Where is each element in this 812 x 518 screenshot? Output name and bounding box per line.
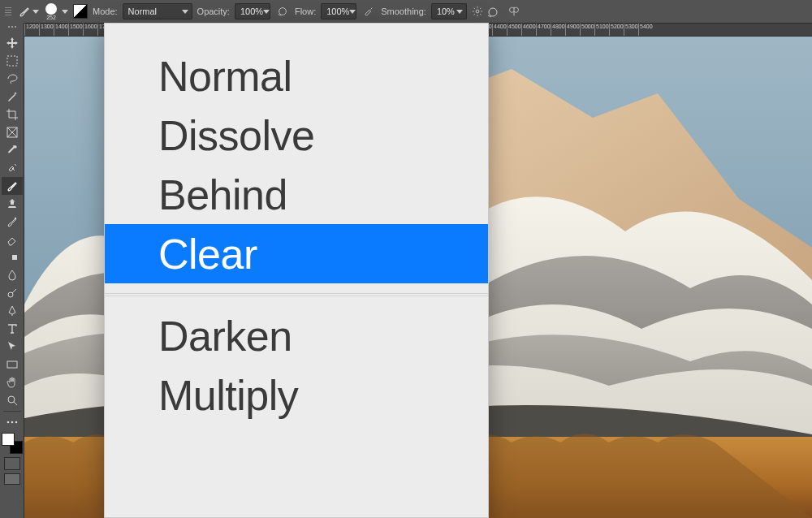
move-tool[interactable] (2, 34, 23, 52)
svg-point-1 (476, 10, 479, 13)
svg-point-7 (14, 218, 15, 219)
menu-divider (105, 293, 488, 296)
svg-point-15 (15, 421, 17, 424)
ruler-tick: 1600 (83, 24, 97, 36)
brush-size-readout: 252 (46, 15, 56, 20)
svg-rect-9 (7, 255, 12, 260)
ruler-tick: 1400 (54, 24, 68, 36)
blend-mode-option-dissolve[interactable]: Dissolve (105, 106, 488, 165)
history-brush-tool[interactable] (2, 213, 23, 231)
chevron-down-icon (32, 8, 39, 15)
svg-point-0 (279, 8, 287, 15)
smoothing-value: 10% (437, 6, 455, 16)
color-swatches[interactable] (2, 433, 23, 454)
pressure-opacity-toggle[interactable] (275, 4, 290, 19)
options-bar-handle[interactable] (5, 2, 11, 20)
ruler-tick: 5400 (638, 24, 653, 36)
svg-point-2 (489, 8, 497, 16)
svg-point-12 (8, 396, 15, 403)
opacity-value: 100% (240, 6, 263, 16)
blend-mode-option-behind[interactable]: Behind (105, 165, 488, 224)
tool-preset-picker[interactable] (16, 5, 41, 18)
zoom-tool[interactable] (2, 391, 23, 409)
blend-mode-dropdown[interactable]: Normal (123, 3, 192, 19)
svg-point-13 (6, 421, 9, 424)
hand-tool[interactable] (2, 373, 23, 391)
pen-tool[interactable] (2, 302, 23, 320)
dodge-tool[interactable] (2, 284, 23, 302)
opacity-label: Opacity: (197, 6, 230, 16)
mode-label: Mode: (93, 6, 118, 16)
blur-tool[interactable] (2, 266, 23, 284)
flow-label: Flow: (295, 6, 316, 16)
healing-brush-tool[interactable] (2, 159, 23, 177)
ruler-tick: 1300 (39, 24, 54, 36)
brush-dot-icon (45, 3, 57, 15)
ruler-tick: 4500 (507, 24, 521, 36)
quick-mask-toggle[interactable] (4, 457, 20, 470)
eraser-tool[interactable] (2, 231, 23, 248)
blend-mode-option-darken[interactable]: Darken (105, 306, 488, 365)
svg-rect-3 (7, 56, 17, 66)
frame-tool[interactable] (2, 123, 23, 141)
path-selection-tool[interactable] (2, 338, 23, 356)
symmetry-icon[interactable] (508, 5, 520, 18)
ruler-tick: 4700 (536, 24, 551, 36)
edit-toolbar[interactable] (2, 413, 23, 431)
chevron-down-icon (349, 8, 356, 15)
gradient-tool[interactable] (2, 248, 23, 266)
brush-tool-icon (18, 5, 31, 18)
ruler-tick: 4600 (521, 24, 536, 36)
brush-panel-toggle[interactable] (73, 4, 88, 19)
chevron-down-icon (263, 8, 270, 15)
smoothing-label: Smoothing: (381, 6, 426, 16)
opacity-field[interactable]: 100% (235, 3, 270, 19)
flow-value: 100% (326, 6, 349, 16)
rectangle-tool[interactable] (2, 356, 23, 373)
magic-wand-tool[interactable] (2, 88, 23, 106)
blend-mode-option-multiply[interactable]: Multiply (105, 365, 488, 425)
clone-stamp-tool[interactable] (2, 195, 23, 213)
toolbar-handle[interactable] (2, 26, 22, 32)
chevron-down-icon[interactable] (62, 8, 68, 15)
foreground-color-swatch[interactable] (2, 433, 15, 446)
brush-tool[interactable] (2, 177, 23, 195)
gear-icon[interactable] (472, 6, 483, 17)
blend-mode-option-clear[interactable]: Clear (105, 224, 488, 283)
svg-point-14 (11, 421, 13, 424)
ruler-tick: 5000 (580, 24, 594, 36)
smoothing-field[interactable]: 10% (431, 3, 467, 19)
blend-mode-option-normal[interactable]: Normal (105, 46, 488, 106)
ruler-tick: 1500 (68, 24, 83, 36)
brush-preset-picker[interactable]: 252 (45, 3, 57, 20)
pressure-size-toggle[interactable] (488, 4, 503, 19)
ruler-tick: 4900 (565, 24, 580, 36)
lasso-tool[interactable] (2, 70, 23, 88)
screen-mode-toggle[interactable] (4, 473, 20, 485)
chevron-down-icon (456, 8, 463, 15)
options-bar: 252 Mode: Normal Opacity: 100% Flow: 100… (0, 0, 812, 23)
crop-tool[interactable] (2, 106, 23, 123)
blend-mode-value: Normal (128, 6, 157, 16)
svg-rect-11 (7, 361, 17, 368)
ruler-tick: 5300 (624, 24, 638, 36)
eyedropper-tool[interactable] (2, 141, 23, 159)
type-tool[interactable] (2, 320, 23, 338)
chevron-down-icon (182, 8, 188, 15)
ruler-tick: 1200 (24, 24, 39, 36)
blend-mode-menu: Normal Dissolve Behind Clear Darken Mult… (104, 23, 489, 518)
ruler-tick: 5100 (594, 24, 609, 36)
left-toolbar: Adobe RGB (1998)… (0, 23, 24, 518)
ruler-tick: 5200 (609, 24, 624, 36)
flow-field[interactable]: 100% (321, 3, 356, 19)
ruler-tick: 4800 (551, 24, 565, 36)
marquee-tool[interactable] (2, 52, 23, 70)
ruler-tick: 4400 (492, 24, 507, 36)
airbrush-toggle[interactable] (361, 4, 376, 19)
